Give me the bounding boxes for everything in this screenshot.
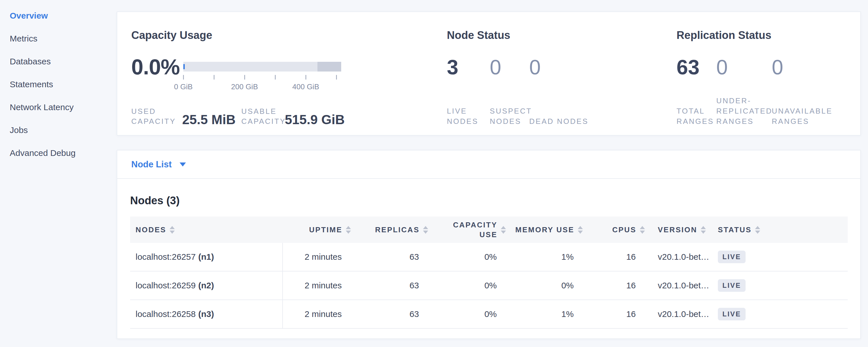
- column-label: CAPACITY USE: [443, 220, 497, 240]
- sort-icon: [501, 226, 506, 234]
- node-list-card: Node List Nodes (3) NODES UPTIME: [117, 150, 861, 339]
- capacity-bar-other-segment: [317, 62, 341, 71]
- sidebar: Overview Metrics Databases Statements Ne…: [0, 0, 117, 164]
- sidebar-item-databases[interactable]: Databases: [0, 50, 117, 73]
- axis-tick: [336, 75, 337, 80]
- sidebar-item-overview[interactable]: Overview: [0, 4, 117, 27]
- replication-status-title: Replication Status: [677, 28, 846, 42]
- axis-tick-label: 0 GiB: [174, 83, 192, 91]
- column-label: VERSION: [658, 225, 697, 234]
- sidebar-item-jobs[interactable]: Jobs: [0, 119, 117, 141]
- replicas-cell: 63: [351, 243, 428, 271]
- sidebar-item-label: Metrics: [10, 34, 37, 43]
- replicas-cell: 63: [351, 300, 428, 328]
- column-header-version[interactable]: VERSION: [645, 217, 714, 243]
- column-header-nodes[interactable]: NODES: [130, 217, 283, 243]
- usable-capacity-label: USABLE CAPACITY: [241, 106, 285, 126]
- sidebar-item-label: Network Latency: [10, 102, 73, 112]
- column-label: STATUS: [718, 225, 752, 234]
- cpus-cell: 16: [583, 300, 645, 328]
- sidebar-item-label: Jobs: [10, 125, 28, 135]
- used-capacity-value: 25.5 MiB: [182, 113, 236, 126]
- sort-icon: [423, 226, 428, 234]
- column-header-memory-use[interactable]: MEMORY USE: [506, 217, 583, 243]
- unavailable-ranges-metric: 0 UNAVAILABLE RANGES: [772, 56, 846, 126]
- sort-icon: [640, 226, 645, 234]
- cpus-cell: 16: [583, 272, 645, 299]
- replication-status-section: Replication Status 63 TOTAL RANGES 0 UND…: [677, 28, 846, 126]
- nodes-table-title: Nodes (3): [130, 195, 848, 206]
- sort-icon: [755, 226, 760, 234]
- capacity-gauge-chart: 0 GiB 200 GiB 400 GiB: [183, 62, 341, 92]
- table-row[interactable]: localhost:26257 (n1) 2 minutes 63 0% 1% …: [130, 243, 848, 272]
- nodes-table-header: NODES UPTIME REPLICAS CAPACITY USE: [130, 217, 848, 243]
- node-status-metrics: 3 LIVE NODES 0 SUSPECT NODES 0 DEAD NODE…: [447, 56, 677, 126]
- column-label: MEMORY USE: [515, 225, 574, 234]
- sort-icon: [701, 226, 706, 234]
- nodes-table-area: Nodes (3) NODES UPTIME REPLICAS: [117, 195, 860, 329]
- node-address: localhost:26259: [135, 281, 196, 290]
- used-capacity-label: USED CAPACITY: [131, 106, 182, 126]
- capacity-use-cell: 0%: [428, 243, 506, 271]
- node-id: (n1): [198, 252, 214, 262]
- usable-capacity-value: 515.9 GiB: [285, 113, 345, 126]
- table-row[interactable]: localhost:26259 (n2) 2 minutes 63 0% 0% …: [130, 272, 848, 300]
- status-cell: LIVE: [714, 300, 848, 328]
- status-badge: LIVE: [718, 251, 746, 263]
- sidebar-item-label: Advanced Debug: [10, 148, 75, 158]
- version-cell: v20.1.0-bet…: [645, 272, 714, 299]
- node-status-section: Node Status 3 LIVE NODES 0 SUSPECT NODES…: [447, 28, 677, 126]
- status-cell: LIVE: [714, 243, 848, 271]
- column-label: REPLICAS: [375, 225, 420, 234]
- dead-nodes-value: 0: [529, 56, 589, 78]
- sidebar-item-label: Statements: [10, 80, 53, 89]
- capacity-gauge-row: 0.0% 0 GiB: [131, 56, 447, 92]
- sidebar-item-label: Overview: [10, 11, 48, 21]
- column-header-capacity-use[interactable]: CAPACITY USE: [428, 217, 506, 243]
- capacity-bar-used-segment: [183, 64, 185, 69]
- node-id: (n3): [198, 309, 214, 319]
- node-list-dropdown[interactable]: Node List: [131, 159, 186, 170]
- uptime-cell: 2 minutes: [283, 300, 351, 328]
- sidebar-item-network-latency[interactable]: Network Latency: [0, 96, 117, 119]
- capacity-usage-title: Capacity Usage: [131, 28, 447, 42]
- node-address-cell[interactable]: localhost:26257 (n1): [130, 243, 283, 271]
- sidebar-item-metrics[interactable]: Metrics: [0, 27, 117, 50]
- axis-tick: [305, 75, 306, 80]
- status-cell: LIVE: [714, 272, 848, 299]
- capacity-use-cell: 0%: [428, 300, 506, 328]
- version-cell: v20.1.0-bet…: [645, 243, 714, 271]
- axis-tick-label: 400 GiB: [292, 83, 319, 91]
- memory-use-cell: 0%: [506, 272, 583, 299]
- sidebar-item-advanced-debug[interactable]: Advanced Debug: [0, 141, 117, 164]
- node-address: localhost:26258: [135, 309, 196, 319]
- status-badge: LIVE: [718, 308, 746, 320]
- node-id: (n2): [198, 281, 214, 290]
- node-address-cell[interactable]: localhost:26259 (n2): [130, 272, 283, 299]
- table-row[interactable]: localhost:26258 (n3) 2 minutes 63 0% 1% …: [130, 300, 848, 329]
- column-header-replicas[interactable]: REPLICAS: [351, 217, 428, 243]
- chevron-down-icon: [180, 162, 186, 166]
- sidebar-item-label: Databases: [10, 57, 51, 66]
- column-header-status[interactable]: STATUS: [714, 217, 848, 243]
- axis-tick: [275, 75, 276, 80]
- column-header-cpus[interactable]: CPUS: [583, 217, 645, 243]
- live-nodes-label: LIVE NODES: [447, 106, 490, 126]
- total-ranges-value: 63: [677, 56, 716, 78]
- memory-use-cell: 1%: [506, 243, 583, 271]
- replication-status-metrics: 63 TOTAL RANGES 0 UNDER-REPLICATED RANGE…: [677, 56, 846, 126]
- node-list-header-row: Node List: [117, 151, 860, 179]
- main-content: Capacity Usage 0.0%: [117, 0, 868, 339]
- total-ranges-label: TOTAL RANGES: [677, 106, 716, 126]
- unavailable-ranges-value: 0: [772, 56, 846, 78]
- column-label: CPUS: [612, 225, 637, 234]
- dead-nodes-label: DEAD NODES: [529, 116, 589, 126]
- dead-nodes-metric: 0 DEAD NODES: [529, 56, 589, 126]
- sidebar-item-statements[interactable]: Statements: [0, 73, 117, 96]
- cpus-cell: 16: [583, 243, 645, 271]
- node-address-cell[interactable]: localhost:26258 (n3): [130, 300, 283, 328]
- node-status-title: Node Status: [447, 28, 677, 42]
- suspect-nodes-metric: 0 SUSPECT NODES: [490, 56, 529, 126]
- unavailable-ranges-label: UNAVAILABLE RANGES: [772, 106, 846, 126]
- column-header-uptime[interactable]: UPTIME: [283, 217, 351, 243]
